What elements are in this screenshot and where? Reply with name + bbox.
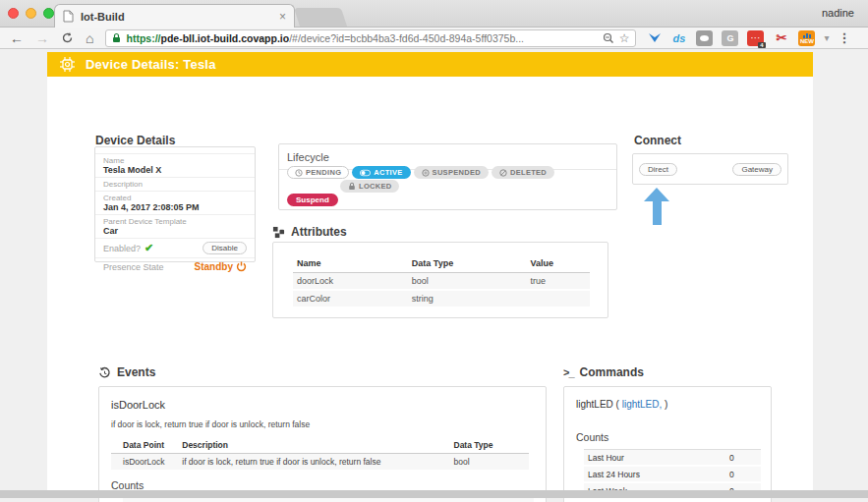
field-description: Description — [95, 178, 255, 192]
bookmark-star-icon[interactable]: ☆ — [619, 31, 630, 45]
device-details-panel: Name Tesla Model X Description Created J… — [94, 146, 256, 262]
tab-title: Iot-Build — [81, 11, 272, 23]
back-button[interactable]: ← — [10, 31, 24, 45]
close-window-button[interactable] — [8, 8, 19, 19]
enabled-check-icon: ✔ — [145, 242, 153, 254]
table-row: isDoorLock if door is lock, return true … — [111, 454, 529, 472]
tab-close-icon[interactable]: × — [279, 10, 286, 24]
new-chart-extension-icon[interactable]: NEW — [798, 30, 815, 46]
reload-button[interactable] — [61, 31, 74, 44]
events-title: Events — [117, 365, 155, 379]
url-text: https://pde-bll.iot-build.covapp.io/#/de… — [126, 32, 597, 44]
field-parent-template: Parent Device Template Car — [95, 215, 255, 239]
extension-icons: ds G ···4 ✂ NEW ▾ ⋮ — [648, 30, 850, 46]
table-row: Last Hour 0 — [123, 498, 534, 502]
power-icon — [236, 261, 247, 272]
window-bottom-edge — [0, 490, 868, 498]
zoom-out-icon[interactable] — [603, 32, 614, 44]
window-controls — [8, 8, 54, 19]
events-table: Data Point Description Data Type isDoorL… — [111, 437, 529, 472]
event-description: if door is lock, return true if door is … — [111, 419, 534, 429]
connect-panel: Direct Gateway — [632, 153, 788, 185]
app-header: Device Details: Tesla — [47, 52, 813, 77]
browser-toolbar: ← → ⌂ https://pde-bll.iot-build.covapp.i… — [0, 28, 868, 49]
g-extension-icon[interactable]: G — [722, 30, 738, 46]
browser-titlebar: Iot-Build × nadine — [0, 0, 868, 28]
browser-tab[interactable]: Iot-Build × — [54, 4, 295, 28]
deleted-slash-icon — [499, 169, 507, 177]
scissors-extension-icon[interactable]: ✂ — [773, 30, 789, 46]
table-row: Last Hour 0 — [584, 450, 761, 467]
browser-window: Iot-Build × nadine ← → ⌂ https://pde-bll… — [0, 0, 868, 502]
table-row: doorLock bool true — [293, 273, 590, 291]
red-dots-extension-icon[interactable]: ···4 — [747, 30, 764, 46]
forward-button[interactable]: → — [35, 31, 49, 45]
attributes-header: Attributes — [272, 225, 347, 239]
ds-extension-icon[interactable]: ds — [670, 30, 687, 46]
lifecycle-title: Lifecycle — [287, 151, 329, 163]
page-icon — [63, 10, 74, 23]
attributes-title: Attributes — [291, 225, 347, 239]
attributes-table: Name Data Type Value doorLock bool true … — [293, 256, 590, 308]
commands-header: >_ Commands — [563, 365, 644, 379]
table-row: Last 24 Hours 0 — [584, 466, 761, 482]
device-details-title: Device Details — [95, 134, 175, 147]
lifecycle-panel: Lifecycle PENDING ACTIVE — [278, 143, 617, 210]
lifecycle-states: PENDING ACTIVE SUSPENDED — [287, 166, 554, 179]
chrome-menu-icon[interactable]: ⋮ — [839, 30, 851, 45]
event-name: isDoorLock — [111, 399, 534, 411]
speech-bubble-extension-icon[interactable] — [696, 30, 713, 46]
commands-title: Commands — [580, 365, 644, 379]
annotation-arrow-icon — [644, 188, 669, 225]
suspended-pause-icon — [422, 169, 430, 177]
url-host: pde-bll.iot-build.covapp.io — [160, 32, 289, 44]
page-title: Device Details: Tesla — [86, 57, 216, 72]
attributes-blocks-icon — [272, 226, 285, 239]
state-deleted[interactable]: DELETED — [492, 166, 554, 179]
field-created: Created Jan 4, 2017 2:08:05 PM — [95, 192, 255, 215]
state-active[interactable]: ACTIVE — [352, 166, 410, 179]
disable-button[interactable]: Disable — [203, 242, 247, 254]
extensions-overflow-icon[interactable]: ▾ — [824, 32, 829, 43]
field-name: Name Tesla Model X — [95, 154, 255, 178]
url-path: /#/device?id=bcbb4ba3-fd6d-450d-894a-5ff… — [289, 32, 524, 44]
url-scheme: https — [126, 32, 151, 44]
secure-lock-icon — [112, 32, 121, 43]
presence-state-value: Standby — [195, 261, 247, 272]
device-chip-icon — [59, 56, 76, 73]
profile-name: nadine — [822, 7, 854, 19]
events-history-icon — [98, 366, 111, 379]
command-link[interactable]: lightLED, — [622, 399, 663, 410]
attributes-panel: Name Data Type Value doorLock bool true … — [272, 242, 608, 318]
active-toggle-icon — [360, 169, 371, 177]
state-suspended[interactable]: SUSPENDED — [414, 166, 489, 179]
events-header: Events — [98, 365, 155, 379]
events-panel: isDoorLock if door is lock, return true … — [98, 386, 547, 502]
connect-title: Connect — [634, 134, 681, 147]
app-page: Device Details: Tesla Device Details Nam… — [0, 49, 868, 496]
home-button[interactable]: ⌂ — [86, 31, 93, 45]
presence-row: Presence State Standby — [95, 258, 255, 275]
pending-clock-icon — [295, 169, 303, 177]
new-tab-area[interactable] — [294, 8, 347, 27]
suspend-button[interactable]: Suspend — [287, 194, 338, 206]
table-row: carColor string — [293, 290, 590, 307]
state-locked[interactable]: LOCKED — [340, 180, 399, 193]
zoom-window-button[interactable] — [43, 8, 54, 19]
minimize-window-button[interactable] — [26, 8, 36, 19]
extension-badge: 4 — [758, 42, 766, 48]
gateway-button[interactable]: Gateway — [732, 163, 781, 176]
command-signature: lightLED ( lightLED, ) — [576, 399, 759, 410]
state-pending[interactable]: PENDING — [287, 166, 349, 179]
locked-padlock-icon — [348, 182, 356, 191]
enabled-row: Enabled? ✔ Disable — [95, 239, 255, 258]
commands-counts-title: Counts — [576, 431, 759, 443]
commands-panel: lightLED ( lightLED, ) Counts Last Hour … — [563, 386, 772, 502]
terminal-icon: >_ — [563, 366, 574, 378]
blue-check-extension-icon[interactable] — [648, 31, 662, 44]
direct-button[interactable]: Direct — [639, 163, 677, 176]
address-bar[interactable]: https://pde-bll.iot-build.covapp.io/#/de… — [105, 29, 636, 47]
